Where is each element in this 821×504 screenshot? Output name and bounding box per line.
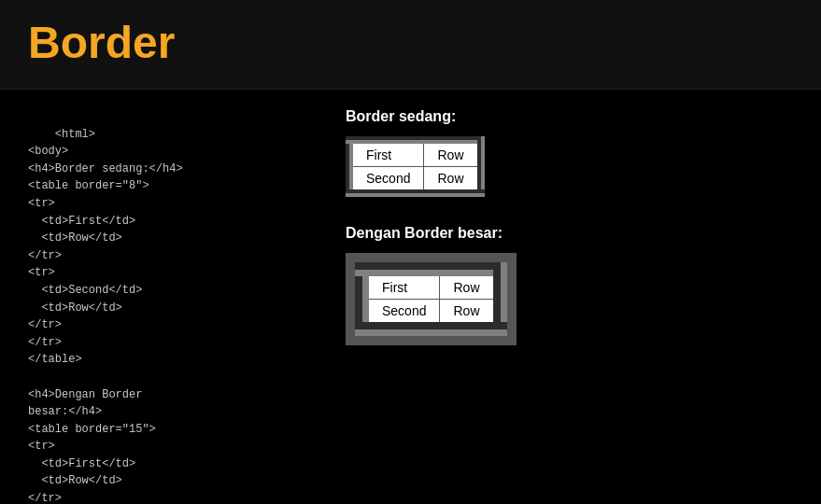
content-area: <html> <body> <h4>Border sedang:</h4> <t…: [0, 90, 821, 504]
code-text: <html> <body> <h4>Border sedang:</h4> <t…: [28, 128, 183, 504]
preview-heading-thin: Border sedang:: [346, 108, 793, 125]
table-cell: Second: [349, 167, 424, 194]
table-cell: Row: [424, 167, 481, 194]
preview-section-thick: Dengan Border besar: First Row Second Ro…: [346, 225, 793, 349]
table-row: First Row: [362, 270, 501, 300]
table-cell: Second: [362, 300, 440, 329]
page-title: Border: [28, 18, 175, 67]
table-cell: First: [349, 140, 424, 167]
table-cell: Row: [440, 270, 500, 300]
table-row: First Row: [349, 140, 481, 167]
table-cell: First: [362, 270, 440, 300]
header: Border: [0, 0, 821, 90]
preview-panel: Border sedang: First Row Second Row Deng…: [327, 108, 793, 504]
table-row: Second Row: [362, 300, 501, 329]
preview-section-thin: Border sedang: First Row Second Row: [346, 108, 793, 197]
table-thick-border: First Row Second Row: [355, 262, 507, 336]
table-cell: Row: [440, 300, 500, 329]
preview-heading-thick: Dengan Border besar:: [346, 225, 793, 242]
thick-border-wrapper: First Row Second Row: [346, 253, 517, 345]
table-cell: Row: [424, 140, 481, 167]
table-row: Second Row: [349, 167, 481, 194]
code-panel: <html> <body> <h4>Border sedang:</h4> <t…: [28, 108, 327, 504]
table-thin-border: First Row Second Row: [346, 136, 485, 197]
